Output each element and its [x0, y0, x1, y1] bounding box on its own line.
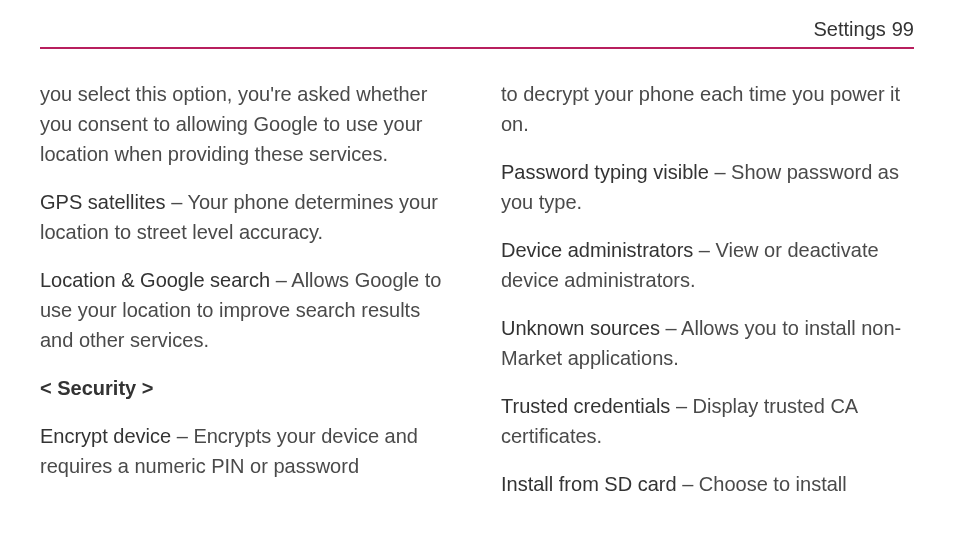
- security-heading: < Security >: [40, 373, 453, 403]
- encrypt-device-item: Encrypt device – Encrypts your device an…: [40, 421, 453, 481]
- item-term: Device administrators: [501, 239, 693, 261]
- gps-satellites-item: GPS satellites – Your phone determines y…: [40, 187, 453, 247]
- trusted-credentials-item: Trusted credentials – Display trusted CA…: [501, 391, 914, 451]
- paragraph-text: to decrypt your phone each time you powe…: [501, 83, 900, 135]
- content-columns: you select this option, you're asked whe…: [40, 79, 914, 517]
- item-term: GPS satellites: [40, 191, 166, 213]
- encrypt-device-continuation: to decrypt your phone each time you powe…: [501, 79, 914, 139]
- right-column: to decrypt your phone each time you powe…: [501, 79, 914, 517]
- password-typing-visible-item: Password typing visible – Show password …: [501, 157, 914, 217]
- item-term: Unknown sources: [501, 317, 660, 339]
- unknown-sources-item: Unknown sources – Allows you to install …: [501, 313, 914, 373]
- header-section-title: Settings: [813, 18, 885, 41]
- header-page-number: 99: [892, 18, 914, 41]
- item-term: Encrypt device: [40, 425, 171, 447]
- paragraph-text: you select this option, you're asked whe…: [40, 83, 427, 165]
- page-header: Settings 99: [40, 18, 914, 49]
- install-from-sd-card-item: Install from SD card – Choose to install: [501, 469, 914, 499]
- item-term: Install from SD card: [501, 473, 677, 495]
- location-consent-paragraph: you select this option, you're asked whe…: [40, 79, 453, 169]
- item-term: Location & Google search: [40, 269, 270, 291]
- item-term: Trusted credentials: [501, 395, 670, 417]
- left-column: you select this option, you're asked whe…: [40, 79, 453, 517]
- device-administrators-item: Device administrators – View or deactiva…: [501, 235, 914, 295]
- item-description: – Choose to install: [677, 473, 847, 495]
- item-term: Password typing visible: [501, 161, 709, 183]
- page-container: Settings 99 you select this option, you'…: [0, 0, 954, 546]
- location-google-search-item: Location & Google search – Allows Google…: [40, 265, 453, 355]
